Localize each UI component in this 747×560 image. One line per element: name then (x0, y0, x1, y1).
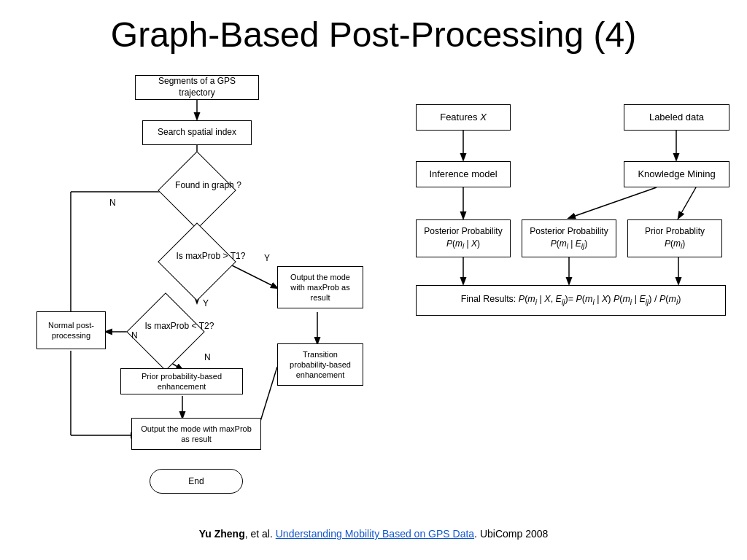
node-final-results: Final Results: P(mi | X, Eij)= P(mi | X)… (416, 285, 726, 316)
node-prior-prob: Prior ProbablityP(mi) (627, 219, 722, 257)
label-Y1: Y (203, 298, 209, 308)
label-N2: N (131, 330, 138, 341)
node-found: Found in graph ? (158, 151, 236, 229)
citation-author: Yu Zheng, et al. Understanding Mobility … (199, 528, 549, 540)
slide: Graph-Based Post-Processing (4) (0, 0, 747, 560)
svg-line-19 (678, 187, 696, 218)
citation-link[interactable]: Understanding Mobility Based on GPS Data (276, 528, 474, 540)
node-labeled-data: Labeled data (624, 104, 729, 131)
content-area: Segments of a GPS trajectory Search spat… (29, 68, 718, 447)
node-post-prob-x: Posterior ProbabilityP(mi | X) (416, 219, 511, 257)
node-maxprob1: Is maxProb > T1? (158, 222, 236, 300)
node-search: Search spatial index (142, 120, 252, 145)
node-output-mode2: Output the mode with maxProb as result (131, 418, 261, 450)
node-transition-enhance: Transition probability-based enhancement (277, 343, 363, 386)
citation: Yu Zheng, et al. Understanding Mobility … (0, 528, 747, 540)
node-segments: Segments of a GPS trajectory (135, 75, 259, 100)
node-knowledge-mining: Knowledge Mining (624, 161, 729, 187)
node-output-mode1: Output the mode with maxProb as result (277, 266, 363, 308)
node-prior-enhance: Prior probability-based enhancement (120, 368, 243, 394)
node-features-x: Features X (416, 104, 511, 131)
left-flowchart: Segments of a GPS trajectory Search spat… (29, 68, 387, 447)
svg-line-18 (569, 187, 657, 218)
svg-line-5 (225, 262, 277, 288)
label-N1: N (109, 198, 116, 208)
right-diagram: Features X Labeled data Inference model … (409, 97, 718, 374)
node-end: End (150, 469, 243, 494)
label-Y2: Y (264, 253, 270, 263)
node-maxprob2: Is maxProb < T2? (126, 292, 204, 370)
node-normal: Normal post-processing (36, 311, 106, 349)
slide-title: Graph-Based Post-Processing (4) (29, 15, 718, 55)
label-N3: N (204, 352, 211, 362)
node-post-prob-eij: Posterior ProbabilityP(mi | Eij) (522, 219, 616, 257)
node-inference-model: Inference model (416, 161, 511, 187)
